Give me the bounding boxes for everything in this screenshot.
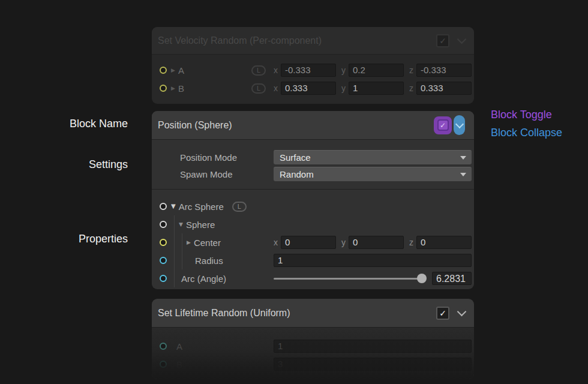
indent-guide xyxy=(174,215,175,233)
vfx-inspector-canvas: Block Name Settings Properties Block Tog… xyxy=(0,0,588,384)
position-mode-dropdown[interactable]: Surface xyxy=(274,150,472,164)
property-label: Arc (Angle) xyxy=(181,274,226,284)
axis-x-label: x xyxy=(274,65,278,75)
chevron-down-icon[interactable] xyxy=(457,34,467,44)
slider-track[interactable] xyxy=(274,278,425,280)
port-icon[interactable] xyxy=(160,257,167,264)
y-field[interactable]: 0.2 xyxy=(349,64,404,77)
z-field[interactable]: 0.333 xyxy=(416,82,472,95)
expander-expanded-icon[interactable]: ▼ xyxy=(179,222,183,227)
property-label: Sphere xyxy=(186,220,215,230)
property-label: A xyxy=(176,341,182,352)
property-row-center: ▶ Center x 0 y 0 z 0 xyxy=(152,233,474,251)
y-field[interactable]: 1 xyxy=(349,82,404,95)
port-icon[interactable] xyxy=(160,275,167,282)
dropdown-value: Surface xyxy=(280,152,311,163)
block-collapse-highlight xyxy=(454,115,465,135)
port-icon[interactable] xyxy=(160,361,167,368)
setting-row-position-mode: Position Mode Surface xyxy=(152,149,474,166)
radius-field[interactable]: 1 xyxy=(274,254,472,267)
block-toggle-highlight: ✓ xyxy=(434,116,452,134)
local-space-icon[interactable]: L xyxy=(251,65,266,76)
annotation-settings: Settings xyxy=(0,158,128,171)
slider-handle[interactable] xyxy=(417,274,427,283)
setting-row-spawn-mode: Spawn Mode Random xyxy=(152,166,474,182)
settings-section: Position Mode Surface Spawn Mode Random xyxy=(152,140,474,189)
expander-collapsed-icon[interactable]: ▶ xyxy=(171,68,175,73)
property-label: B xyxy=(178,83,184,94)
x-field[interactable]: 0.333 xyxy=(281,82,336,95)
block-stack: Set Velocity Random (Per-component) ✓ ▶ … xyxy=(152,0,474,384)
block-header[interactable]: Set Lifetime Random (Uniform) ✓ xyxy=(152,299,474,327)
arc-angle-field[interactable]: 6.2831 xyxy=(432,272,472,285)
setting-label: Spawn Mode xyxy=(180,169,233,179)
check-icon: ✓ xyxy=(440,122,446,129)
annotation-block-toggle: Block Toggle xyxy=(491,109,552,121)
block-header[interactable]: Position (Sphere) ✓ xyxy=(152,111,474,139)
block-title: Set Velocity Random (Per-component) xyxy=(158,35,322,46)
block-enabled-checkbox[interactable]: ✓ xyxy=(436,307,449,320)
chevron-down-icon[interactable] xyxy=(455,120,463,128)
property-label: Arc Sphere xyxy=(179,202,224,212)
block-title: Position (Sphere) xyxy=(158,120,232,131)
expander-collapsed-icon[interactable]: ▶ xyxy=(171,86,175,91)
check-icon: ✓ xyxy=(439,309,446,317)
axis-y-label: y xyxy=(341,83,346,93)
port-icon[interactable] xyxy=(160,239,167,246)
port-icon[interactable] xyxy=(160,221,167,228)
port-icon[interactable] xyxy=(160,85,167,92)
block-enabled-checkbox[interactable]: ✓ xyxy=(436,34,449,47)
axis-x-label: x xyxy=(274,238,278,247)
annotation-properties: Properties xyxy=(0,233,128,245)
local-space-icon[interactable]: L xyxy=(232,202,247,212)
port-icon[interactable] xyxy=(160,343,167,350)
z-field[interactable]: 0 xyxy=(416,236,472,249)
annotation-block-collapse: Block Collapse xyxy=(491,127,562,139)
axis-z-label: z xyxy=(409,238,413,247)
vector3-fields: x 0.333 y 1 z 0.333 xyxy=(274,82,472,95)
b-field[interactable]: 3 xyxy=(274,358,472,371)
block-body: A 1 B 3 xyxy=(152,328,474,373)
x-field[interactable]: 0 xyxy=(281,236,336,249)
property-row-sphere: ▼ Sphere xyxy=(152,215,474,233)
indent-guide xyxy=(174,233,175,251)
property-row-b: B 3 xyxy=(152,355,474,373)
z-field[interactable]: -0.333 xyxy=(416,64,472,77)
spawn-mode-dropdown[interactable]: Random xyxy=(274,167,472,181)
setting-label: Position Mode xyxy=(180,152,237,163)
dropdown-caret-icon xyxy=(460,156,466,160)
property-label: Center xyxy=(194,238,221,248)
indent-guide xyxy=(174,251,175,269)
axis-y-label: y xyxy=(341,238,346,247)
chevron-down-icon[interactable] xyxy=(457,307,467,316)
vector3-fields: x 0 y 0 z 0 xyxy=(274,236,472,249)
y-field[interactable]: 0 xyxy=(349,236,404,249)
property-label: A xyxy=(178,65,184,76)
property-row-arc-angle: Arc (Angle) 6.2831 xyxy=(152,269,474,287)
axis-z-label: z xyxy=(409,65,413,75)
a-field[interactable]: 1 xyxy=(274,340,472,353)
block-header[interactable]: Set Velocity Random (Per-component) ✓ xyxy=(152,27,474,54)
port-icon[interactable] xyxy=(160,67,167,74)
local-space-icon[interactable]: L xyxy=(251,83,266,94)
property-label: Radius xyxy=(195,256,223,266)
dropdown-caret-icon xyxy=(460,173,466,176)
axis-x-label: x xyxy=(274,83,278,93)
block-enabled-checkbox[interactable]: ✓ xyxy=(437,119,449,131)
expander-collapsed-icon[interactable]: ▶ xyxy=(187,240,191,245)
port-icon[interactable] xyxy=(160,203,167,210)
dropdown-value: Random xyxy=(280,169,314,179)
properties-section: ▼ Arc Sphere L ▼ Sphere ▶ Center xyxy=(152,190,474,291)
expander-expanded-icon[interactable]: ▼ xyxy=(171,203,176,209)
property-row-radius: Radius 1 xyxy=(152,251,474,269)
x-field[interactable]: -0.333 xyxy=(281,64,336,77)
annotation-block-name: Block Name xyxy=(0,118,128,130)
block-body: ▶ A L x -0.333 y 0.2 z -0.333 xyxy=(152,55,474,97)
property-row-arc-sphere: ▼ Arc Sphere L xyxy=(152,197,474,215)
property-row-a: ▶ A L x -0.333 y 0.2 z -0.333 xyxy=(152,61,474,79)
block-set-lifetime-random: Set Lifetime Random (Uniform) ✓ A 1 xyxy=(152,299,474,379)
axis-y-label: y xyxy=(341,65,346,75)
block-set-velocity-random: Set Velocity Random (Per-component) ✓ ▶ … xyxy=(152,27,474,104)
arc-angle-slider[interactable] xyxy=(274,274,425,283)
indent-guide xyxy=(182,233,182,251)
